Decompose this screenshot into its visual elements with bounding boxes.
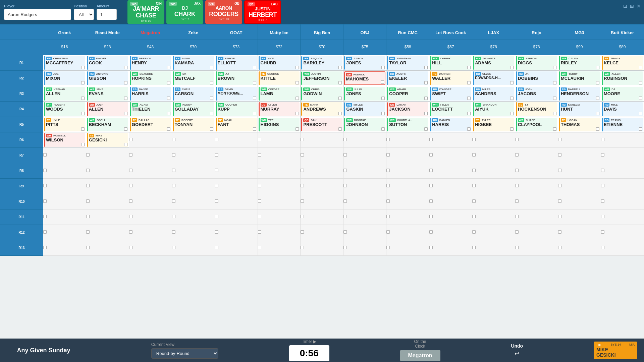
empty-checkbox[interactable] [515, 230, 519, 234]
cell-checkbox[interactable] [81, 81, 85, 84]
player-card-herbert[interactable]: QB LAC JUSTIN HERBERT BYE 7 [244, 0, 281, 24]
player-cell-r6-c9[interactable] [429, 148, 472, 163]
empty-checkbox[interactable] [215, 246, 218, 249]
player-cell-r3-c8[interactable]: QB LAMAR JACKSON [386, 102, 429, 117]
player-cell-r6-c13[interactable] [601, 148, 644, 163]
empty-checkbox[interactable] [386, 199, 390, 203]
player-cell-r9-c2[interactable] [129, 194, 172, 209]
empty-checkbox[interactable] [343, 199, 347, 203]
empty-checkbox[interactable] [472, 230, 476, 234]
cell-checkbox[interactable] [210, 112, 213, 115]
player-cell-r11-c1[interactable] [86, 225, 129, 240]
cell-checkbox[interactable] [210, 127, 213, 131]
empty-checkbox[interactable] [601, 184, 604, 187]
cell-checkbox[interactable] [510, 81, 514, 84]
player-cell-r9-c5[interactable] [258, 194, 301, 209]
empty-checkbox[interactable] [429, 230, 433, 234]
player-cell-r7-c13[interactable] [601, 163, 644, 179]
empty-checkbox[interactable] [215, 169, 218, 172]
cell-checkbox[interactable] [553, 112, 556, 115]
player-cell-r3-c10[interactable]: WR BRANDON AIYUK [472, 102, 515, 117]
player-cell-r9-c6[interactable] [301, 194, 343, 209]
position-select[interactable]: All QB RB WR TE [74, 9, 94, 20]
empty-checkbox[interactable] [472, 199, 476, 203]
player-cell-r6-c2[interactable] [129, 148, 172, 163]
player-cell-r1-c1[interactable]: RB ANTONIO GIBSON [86, 71, 129, 86]
player-cell-r12-c13[interactable] [601, 240, 644, 256]
player-cell-r3-c9[interactable]: WR TYLER LOCKETT [429, 102, 472, 117]
player-cell-r1-c4[interactable]: WR AJ BROWN [215, 71, 258, 86]
empty-checkbox[interactable] [258, 169, 261, 172]
player-cell-r2-c8[interactable]: WR AMARI COOPER [386, 86, 429, 102]
player-cell-r12-c4[interactable] [215, 240, 258, 256]
player-cell-r11-c11[interactable] [515, 225, 558, 240]
empty-checkbox[interactable] [86, 153, 90, 157]
cell-checkbox[interactable] [596, 127, 599, 131]
cell-checkbox[interactable] [596, 112, 599, 115]
player-cell-r11-c6[interactable] [301, 225, 343, 240]
empty-checkbox[interactable] [515, 246, 519, 249]
player-cell-r3-c13[interactable]: RB MIKE DAVIS [601, 102, 644, 117]
player-cell-r5-c5[interactable] [258, 132, 301, 148]
player-cell-r5-c7[interactable] [343, 132, 386, 148]
empty-checkbox[interactable] [386, 169, 390, 172]
player-cell-r0-c10[interactable]: WR DAVANTE ADAMS [472, 55, 515, 71]
empty-checkbox[interactable] [343, 138, 347, 141]
empty-checkbox[interactable] [515, 169, 519, 172]
empty-checkbox[interactable] [429, 215, 433, 218]
empty-checkbox[interactable] [386, 246, 390, 249]
cell-checkbox[interactable] [424, 97, 428, 100]
player-cell-r2-c3[interactable]: RB CHRIS CARSON [172, 86, 215, 102]
player-cell-r0-c7[interactable]: RB AARON JONES [343, 55, 386, 71]
empty-checkbox[interactable] [215, 199, 218, 203]
empty-checkbox[interactable] [601, 169, 604, 172]
player-cell-r7-c8[interactable] [386, 163, 429, 179]
empty-checkbox[interactable] [258, 153, 261, 157]
player-cell-r9-c1[interactable] [86, 194, 129, 209]
player-cell-r11-c4[interactable] [215, 225, 258, 240]
empty-checkbox[interactable] [558, 138, 561, 141]
cell-checkbox[interactable] [210, 81, 213, 84]
player-cell-r12-c12[interactable] [558, 240, 601, 256]
cell-checkbox[interactable] [81, 143, 85, 146]
empty-checkbox[interactable] [172, 215, 175, 218]
empty-checkbox[interactable] [472, 215, 476, 218]
empty-checkbox[interactable] [258, 230, 261, 234]
cell-checkbox[interactable] [596, 66, 599, 69]
cell-checkbox[interactable] [639, 66, 642, 69]
player-cell-r7-c9[interactable] [429, 163, 472, 179]
view-select[interactable]: Round-by-Round [151, 348, 218, 359]
cell-checkbox[interactable] [296, 127, 299, 131]
cell-checkbox[interactable] [639, 112, 642, 115]
player-cell-r5-c6[interactable] [301, 132, 343, 148]
player-cell-r10-c4[interactable] [215, 209, 258, 225]
empty-checkbox[interactable] [172, 169, 175, 172]
player-cell-r0-c9[interactable]: WR TYREEK HILL [429, 55, 472, 71]
cell-checkbox[interactable] [81, 97, 85, 100]
empty-checkbox[interactable] [515, 199, 519, 203]
cell-checkbox[interactable] [510, 112, 514, 115]
player-cell-r5-c0[interactable]: QB RUSSELL WILSON [43, 132, 86, 148]
player-cell-r6-c4[interactable] [215, 148, 258, 163]
empty-checkbox[interactable] [429, 138, 433, 141]
player-cell-r12-c1[interactable] [86, 240, 129, 256]
player-cell-r8-c3[interactable] [172, 179, 215, 194]
player-cell-r2-c9[interactable]: RB D'ANDRE SWIFT [429, 86, 472, 102]
player-cell-r5-c12[interactable] [558, 132, 601, 148]
player-cell-r0-c5[interactable]: RB NICK CHUBB [258, 55, 301, 71]
empty-checkbox[interactable] [343, 215, 347, 218]
player-cell-r1-c8[interactable]: RB AUSTIN EKELER [386, 71, 429, 86]
cell-checkbox[interactable] [296, 81, 299, 84]
player-cell-r8-c7[interactable] [343, 179, 386, 194]
empty-checkbox[interactable] [129, 169, 132, 172]
player-cell-r6-c10[interactable] [472, 148, 515, 163]
empty-checkbox[interactable] [301, 138, 304, 141]
player-cell-r10-c6[interactable] [301, 209, 343, 225]
player-cell-r7-c3[interactable] [172, 163, 215, 179]
player-cell-r9-c13[interactable] [601, 194, 644, 209]
cell-checkbox[interactable] [424, 112, 428, 115]
empty-checkbox[interactable] [215, 230, 218, 234]
player-cell-r12-c0[interactable] [43, 240, 86, 256]
player-cell-r6-c6[interactable] [301, 148, 343, 163]
player-cell-r1-c9[interactable]: TE DARREN WALLER [429, 71, 472, 86]
